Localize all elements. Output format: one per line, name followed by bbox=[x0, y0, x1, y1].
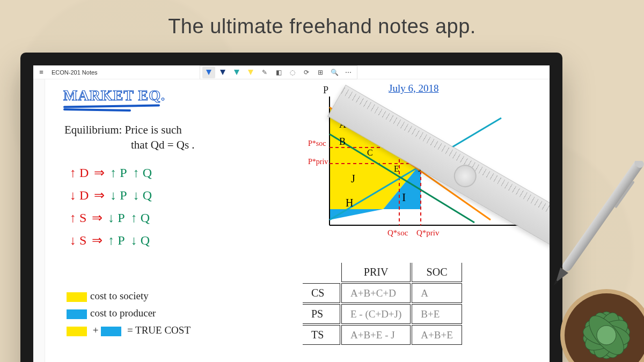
toolbar: ✎ ◧ ◌ ⟳ ⊞ 🔍 ⋯ bbox=[200, 65, 357, 79]
hamburger-icon[interactable]: ≡ bbox=[36, 68, 46, 76]
document-title[interactable]: ECON-201 Notes bbox=[52, 69, 98, 76]
note-canvas[interactable]: July 6, 2018 MARKET EQ. Equilibrium: Pri… bbox=[45, 79, 550, 362]
svg-text:C: C bbox=[367, 148, 373, 157]
app-screen: ≡ ECON-201 Notes ✎ ◧ ◌ ⟳ ⊞ 🔍 ⋯ ˄ ˅ July … bbox=[33, 65, 550, 362]
pencil-tool[interactable]: ✎ bbox=[258, 67, 271, 78]
pen-teal-tool[interactable] bbox=[230, 67, 243, 78]
shape-tool[interactable]: ⟳ bbox=[300, 67, 313, 78]
marketing-headline: The ultimate freehand notes app. bbox=[0, 15, 644, 38]
cell: B+E bbox=[412, 304, 462, 324]
svg-text:J: J bbox=[351, 173, 355, 184]
legend-block: cost to society cost to producer + = TRU… bbox=[67, 287, 191, 339]
table-header-priv: PRIV bbox=[341, 263, 411, 282]
p-soc-label: P*soc bbox=[308, 139, 326, 148]
blue-chip-icon bbox=[67, 309, 87, 319]
svg-point-40 bbox=[597, 326, 616, 345]
table-row: PS E - (C+D+J) B+E bbox=[303, 304, 462, 324]
cell: A+B+C+D bbox=[341, 283, 411, 303]
pen-blue-tool[interactable] bbox=[202, 67, 215, 78]
table-row: CS A+B+C+D A bbox=[303, 283, 462, 303]
p-priv-label: P*priv bbox=[308, 158, 328, 166]
row-label: TS bbox=[303, 325, 340, 345]
q-soc-label: Q*soc bbox=[387, 228, 408, 238]
more-tool[interactable]: ⋯ bbox=[342, 67, 355, 78]
left-rail: ˄ ˅ bbox=[33, 79, 45, 362]
highlighter-tool[interactable] bbox=[244, 67, 257, 78]
legend-yellow: cost to society bbox=[67, 287, 191, 305]
shift-rule: ↓ D⇒↓ P ↓ Q bbox=[70, 188, 152, 203]
table-header-blank bbox=[303, 263, 340, 282]
definition-line1: Equilibrium: Price is such bbox=[64, 123, 182, 137]
svg-text:H: H bbox=[346, 197, 353, 209]
row-label: PS bbox=[303, 304, 340, 324]
shift-rule: ↑ S⇒↓ P ↑ Q bbox=[70, 210, 150, 225]
legend-combo: + = TRUE COST bbox=[67, 322, 191, 339]
yellow-chip-icon bbox=[67, 292, 87, 302]
table-row: TS A+B+E - J A+B+E bbox=[303, 325, 462, 345]
cell: A+B+E - J bbox=[341, 325, 411, 345]
table-header-soc: SOC bbox=[412, 263, 462, 282]
title-underline bbox=[63, 105, 160, 113]
insert-tool[interactable]: ⊞ bbox=[314, 67, 327, 78]
pen-navy-tool[interactable] bbox=[216, 67, 229, 78]
yellow-chip-icon bbox=[67, 327, 87, 336]
svg-text:I: I bbox=[402, 190, 406, 204]
svg-text:B: B bbox=[339, 136, 346, 147]
tablet-device-frame: ≡ ECON-201 Notes ✎ ◧ ◌ ⟳ ⊞ 🔍 ⋯ ˄ ˅ July … bbox=[20, 53, 562, 362]
cell: A bbox=[412, 283, 462, 303]
lasso-tool[interactable]: ◌ bbox=[286, 67, 299, 78]
blue-chip-icon bbox=[101, 327, 121, 336]
shift-rule: ↓ S⇒↑ P ↓ Q bbox=[70, 233, 150, 248]
cell: E - (C+D+J) bbox=[341, 304, 411, 324]
welfare-table: PRIV SOC CS A+B+C+D A PS E - (C+D+J) B+E… bbox=[302, 262, 463, 346]
row-label: CS bbox=[303, 283, 340, 303]
q-priv-label: Q*priv bbox=[416, 228, 440, 238]
y-axis-label: P bbox=[323, 85, 328, 96]
definition-line2: that Qd = Qs . bbox=[131, 138, 195, 152]
succulent-plant-icon bbox=[553, 276, 644, 362]
shift-rule: ↑ D⇒↑ P ↑ Q bbox=[70, 165, 152, 180]
note-title: MARKET EQ. bbox=[63, 87, 165, 104]
svg-text:E: E bbox=[394, 164, 399, 173]
cell: A+B+E bbox=[412, 325, 462, 345]
zoom-tool[interactable]: 🔍 bbox=[328, 67, 341, 78]
eraser-tool[interactable]: ◧ bbox=[272, 67, 285, 78]
legend-blue: cost to producer bbox=[67, 305, 191, 322]
